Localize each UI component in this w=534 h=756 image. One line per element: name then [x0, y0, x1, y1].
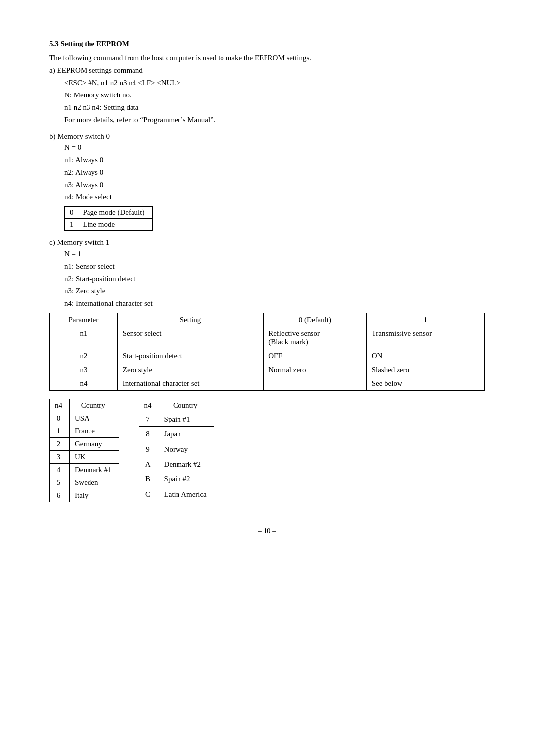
b-n3: n3: Always 0	[64, 181, 485, 189]
country-cell: Denmark #2	[159, 457, 214, 472]
table-row: BSpain #2	[139, 472, 214, 487]
n1234-desc: n1 n2 n3 n4: Setting data	[64, 103, 485, 112]
country-cell: Latin America	[159, 487, 214, 502]
b-n: N = 0	[64, 143, 485, 152]
table-row: 8Japan	[139, 427, 214, 442]
column-header: Setting	[117, 313, 263, 327]
n4-cell: B	[139, 472, 159, 487]
default-cell: Normal zero	[264, 363, 366, 377]
table-row: n4 International character set See below	[50, 377, 485, 391]
country-cell: Spain #1	[159, 412, 214, 427]
table-row: CLatin America	[139, 487, 214, 502]
table-row: 7Spain #1	[139, 412, 214, 427]
section-c-label: c) Memory switch 1	[49, 238, 485, 247]
c-n1: n1: Sensor select	[64, 262, 485, 271]
n4-cell: C	[139, 487, 159, 502]
column-header: Parameter	[50, 313, 118, 327]
mode-value: 1	[65, 219, 79, 231]
param-cell: n3	[50, 363, 118, 377]
esc-command: <ESC> #N, n1 n2 n3 n4 <LF> <NUL>	[64, 79, 485, 87]
setting-cell: International character set	[117, 377, 263, 391]
val1-cell: Slashed zero	[366, 363, 484, 377]
column-header: Country	[70, 399, 119, 412]
c-n2: n2: Start-position detect	[64, 275, 485, 283]
mode-desc: Line mode	[79, 219, 153, 231]
table-row: 2Germany	[50, 438, 119, 451]
table-row: 1Line mode	[65, 219, 153, 231]
val1-cell: Transmissive sensor	[366, 327, 484, 349]
param-table: ParameterSetting0 (Default)1 n1 Sensor s…	[49, 313, 485, 391]
programmer-ref: For more details, refer to “Programmer’s…	[64, 116, 485, 124]
n4-cell: A	[139, 457, 159, 472]
n4-cell: 9	[139, 442, 159, 457]
country-cell: Sweden	[70, 476, 119, 489]
table-row: 3UK	[50, 451, 119, 464]
table-row: 1France	[50, 425, 119, 438]
c-n4: n4: International character set	[64, 299, 485, 308]
page-footer: – 10 –	[49, 527, 485, 535]
param-cell: n2	[50, 349, 118, 363]
country-cell: Norway	[159, 442, 214, 457]
n-desc: N: Memory switch no.	[64, 91, 485, 99]
table-row: ADenmark #2	[139, 457, 214, 472]
section-b-label: b) Memory switch 0	[49, 132, 485, 141]
country-cell: UK	[70, 451, 119, 464]
section-title: 5.3 Setting the EEPROM	[49, 40, 485, 48]
setting-cell: Sensor select	[117, 327, 263, 349]
country-right-header-row: n4Country	[139, 399, 214, 412]
param-cell: n1	[50, 327, 118, 349]
table-row: n2 Start-position detect OFF ON	[50, 349, 485, 363]
default-cell	[264, 377, 366, 391]
mode-desc: Page mode (Default)	[79, 207, 153, 219]
n4-cell: 7	[139, 412, 159, 427]
country-table-left: n4Country 0USA1France2Germany3UK4Denmark…	[49, 399, 119, 502]
country-tables: n4Country 0USA1France2Germany3UK4Denmark…	[49, 399, 485, 502]
column-header: n4	[139, 399, 159, 412]
n4-cell: 2	[50, 438, 70, 451]
table-row: 9Norway	[139, 442, 214, 457]
country-cell: Denmark #1	[70, 464, 119, 476]
table-row: 6Italy	[50, 489, 119, 502]
val1-cell: See below	[366, 377, 484, 391]
country-cell: Spain #2	[159, 472, 214, 487]
param-table-header-row: ParameterSetting0 (Default)1	[50, 313, 485, 327]
table-row: 5Sweden	[50, 476, 119, 489]
n4-cell: 5	[50, 476, 70, 489]
val1-cell: ON	[366, 349, 484, 363]
column-header: Country	[159, 399, 214, 412]
n4-cell: 3	[50, 451, 70, 464]
section-a-label: a) EEPROM settings command	[49, 66, 485, 75]
b-n4: n4: Mode select	[64, 193, 485, 201]
table-row: 0Page mode (Default)	[65, 207, 153, 219]
b-n2: n2: Always 0	[64, 168, 485, 177]
country-cell: Italy	[70, 489, 119, 502]
column-header: 1	[366, 313, 484, 327]
n4-cell: 4	[50, 464, 70, 476]
mode-value: 0	[65, 207, 79, 219]
mode-table: 0Page mode (Default)1Line mode	[64, 206, 153, 231]
b-n1: n1: Always 0	[64, 156, 485, 164]
n4-cell: 0	[50, 412, 70, 425]
column-header: n4	[50, 399, 70, 412]
param-cell: n4	[50, 377, 118, 391]
table-row: 4Denmark #1	[50, 464, 119, 476]
c-n3: n3: Zero style	[64, 287, 485, 295]
country-cell: Germany	[70, 438, 119, 451]
intro-text: The following command from the host comp…	[49, 54, 485, 62]
setting-cell: Start-position detect	[117, 349, 263, 363]
table-row: n3 Zero style Normal zero Slashed zero	[50, 363, 485, 377]
country-cell: France	[70, 425, 119, 438]
default-cell: Reflective sensor(Black mark)	[264, 327, 366, 349]
c-n: N = 1	[64, 250, 485, 258]
country-cell: Japan	[159, 427, 214, 442]
country-left-header-row: n4Country	[50, 399, 119, 412]
country-cell: USA	[70, 412, 119, 425]
n4-cell: 8	[139, 427, 159, 442]
n4-cell: 1	[50, 425, 70, 438]
country-table-right: n4Country 7Spain #18Japan9NorwayADenmark…	[139, 399, 214, 502]
setting-cell: Zero style	[117, 363, 263, 377]
column-header: 0 (Default)	[264, 313, 366, 327]
default-cell: OFF	[264, 349, 366, 363]
table-row: n1 Sensor select Reflective sensor(Black…	[50, 327, 485, 349]
n4-cell: 6	[50, 489, 70, 502]
